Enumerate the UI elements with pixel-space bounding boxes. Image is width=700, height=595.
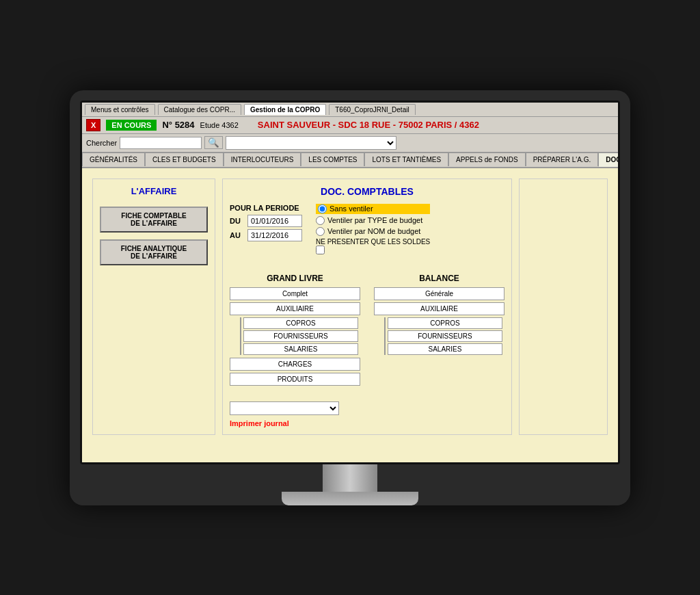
journal-dropdown[interactable] [230, 401, 339, 415]
middle-panel: DOC. COMPTABLES POUR LA PERIODE DU AU [222, 178, 512, 435]
bal-fournisseurs-button[interactable]: FOURNISSEURS [388, 330, 502, 342]
radio-sans-ventiler[interactable]: Sans ventiler [316, 204, 430, 214]
au-label: AU [230, 231, 243, 239]
bal-sub-buttons: COPROS FOURNISSEURS SALARIES [384, 317, 504, 355]
balance-section: BALANCE Générale AUXILIAIRE COPROS FOURN… [374, 274, 504, 388]
search-icon-button[interactable]: 🔍 [204, 136, 223, 149]
grand-livre-section: GRAND LIVRE Complet AUXILIAIRE COPROS FO… [230, 274, 360, 388]
tab-cles[interactable]: CLES ET BUDGETS [145, 153, 224, 166]
tab-doc-comptables[interactable]: DOC COMPTABLES [598, 153, 620, 167]
soldes-section: NE PRESENTER QUE LES SOLDES [316, 238, 430, 256]
grand-livre-title: GRAND LIVRE [230, 274, 360, 283]
close-button[interactable]: X [86, 119, 100, 131]
fiche-analytique-button[interactable]: FICHE ANALYTIQUE DE L'AFFAIRE [100, 239, 208, 265]
nav-tabs: GÉNÉRALITÉS CLES ET BUDGETS INTERLOCUTEU… [82, 153, 618, 168]
monitor-stand-neck [323, 464, 377, 492]
record-number: N° 5284 [162, 120, 194, 130]
tab-menus[interactable]: Menus et contrôles [85, 104, 155, 115]
monitor-stand-base [282, 492, 418, 505]
tab-generalites[interactable]: GÉNÉRALITÉS [82, 153, 145, 166]
du-input[interactable] [247, 215, 302, 227]
complet-button[interactable]: Complet [230, 287, 360, 300]
period-section: POUR LA PERIODE DU AU [230, 204, 302, 261]
gl-auxiliaire-button[interactable]: AUXILIAIRE [230, 302, 360, 315]
search-bar: Chercher 🔍 [82, 134, 618, 153]
gl-sub-buttons: COPROS FOURNISSEURS SALARIES [240, 317, 360, 355]
gl-fournisseurs-button[interactable]: FOURNISSEURS [243, 330, 358, 342]
produits-button[interactable]: PRODUITS [230, 373, 360, 386]
journal-section: Imprimer journal [230, 395, 504, 427]
title-bar: Menus et contrôles Catalogue des COPR...… [82, 103, 618, 117]
search-label: Chercher [86, 139, 117, 147]
company-title: SAINT SAUVEUR - SDC 18 RUE - 75002 PARIS… [258, 120, 479, 130]
tab-catalogue[interactable]: Catalogue des COPR... [158, 104, 242, 115]
bal-auxiliaire-button[interactable]: AUXILIAIRE [374, 302, 504, 315]
print-journal-button[interactable]: Imprimer journal [230, 419, 289, 427]
left-panel: L'AFFAIRE FICHE COMPTABLE DE L'AFFAIRE F… [92, 178, 215, 435]
generale-button[interactable]: Générale [374, 287, 504, 300]
search-input[interactable] [120, 137, 202, 149]
screen: Menus et contrôles Catalogue des COPR...… [80, 101, 620, 464]
du-row: DU [230, 215, 302, 227]
radio-section: Sans ventiler Ventiler par TYPE de budge… [316, 204, 430, 263]
left-panel-title: L'AFFAIRE [100, 186, 208, 196]
bal-copros-button[interactable]: COPROS [388, 317, 502, 329]
top-bar: X EN COURS N° 5284 Etude 4362 SAINT SAUV… [82, 117, 618, 134]
two-col-section: GRAND LIVRE Complet AUXILIAIRE COPROS FO… [230, 274, 504, 388]
tab-interlocuteurs[interactable]: INTERLOCUTEURS [224, 153, 301, 166]
tab-lots[interactable]: LOTS ET TANTIÈMES [364, 153, 448, 166]
tab-comptes[interactable]: LES COMPTES [301, 153, 364, 166]
bal-salaries-button[interactable]: SALARIES [388, 343, 502, 355]
au-row: AU [230, 229, 302, 241]
content-grid: L'AFFAIRE FICHE COMPTABLE DE L'AFFAIRE F… [92, 178, 608, 435]
right-panel [519, 178, 608, 435]
charges-button[interactable]: CHARGES [230, 358, 360, 371]
gl-copros-button[interactable]: COPROS [243, 317, 358, 329]
radio-type-budget[interactable]: Ventiler par TYPE de budget [316, 216, 430, 225]
period-label: POUR LA PERIODE [230, 204, 302, 212]
search-dropdown[interactable] [226, 136, 396, 150]
tab-gestion[interactable]: Gestion de la COPRO [244, 104, 326, 115]
etude-info: Etude 4362 [200, 121, 239, 129]
status-badge: EN COURS [106, 120, 157, 131]
soldes-label: NE PRESENTER QUE LES SOLDES [316, 238, 430, 246]
tab-ag[interactable]: PRÉPARER L'A.G. [526, 153, 599, 166]
balance-title: BALANCE [374, 274, 504, 283]
soldes-checkbox[interactable] [316, 246, 325, 254]
tab-detail[interactable]: T660_CoproJRNl_Detail [329, 104, 415, 115]
du-label: DU [230, 217, 243, 225]
tab-appels[interactable]: APPELS de FONDS [448, 153, 526, 166]
gl-salaries-button[interactable]: SALARIES [243, 343, 358, 355]
main-content: L'AFFAIRE FICHE COMPTABLE DE L'AFFAIRE F… [82, 168, 618, 462]
au-input[interactable] [247, 229, 302, 241]
doc-comptables-title: DOC. COMPTABLES [230, 186, 504, 197]
monitor: Menus et contrôles Catalogue des COPR...… [70, 90, 630, 505]
radio-nom-budget[interactable]: Ventiler par NOM de budget [316, 227, 430, 236]
fiche-comptable-button[interactable]: FICHE COMPTABLE DE L'AFFAIRE [100, 207, 208, 233]
